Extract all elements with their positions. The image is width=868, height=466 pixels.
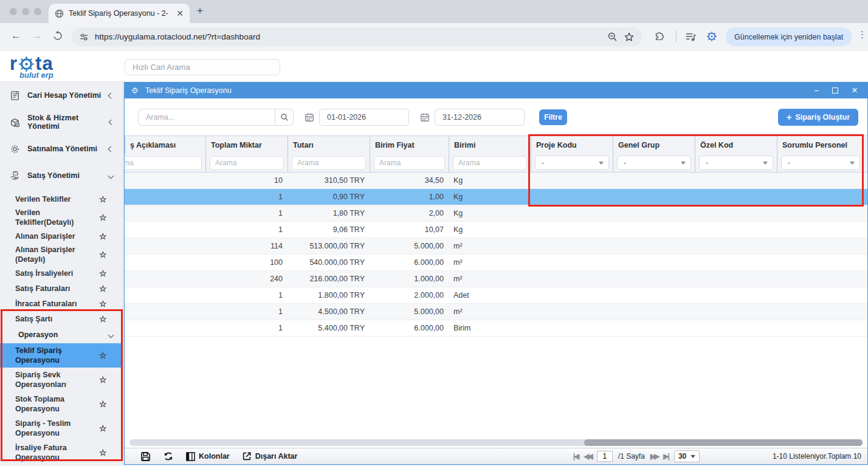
sidebar-item[interactable]: Sipariş Sevk Operasyonları ☆: [0, 368, 123, 392]
table-search-input[interactable]: [138, 109, 275, 126]
page-number-input[interactable]: [597, 451, 613, 462]
save-button[interactable]: [140, 451, 151, 462]
forward-button[interactable]: →: [32, 30, 42, 42]
column-header[interactable]: Sorumlu Personel: [777, 136, 867, 154]
favorite-star-icon[interactable]: ☆: [99, 351, 107, 360]
column-header[interactable]: Genel Grup: [613, 136, 695, 154]
url-text[interactable]: https://uygulama.rotacloud.net/?rt=dashb…: [95, 32, 601, 41]
last-page-button[interactable]: ▶|: [663, 452, 669, 461]
sidebar-group-satis[interactable]: Satış Yönetimi: [0, 162, 123, 189]
filter-button[interactable]: Filtre: [539, 109, 567, 125]
table-row[interactable]: 240 216.000,00 TRY 1.000,00 m²: [125, 271, 867, 287]
table-row[interactable]: 1 1,80 TRY 2,00 Kg: [125, 205, 867, 222]
refresh-button[interactable]: [163, 451, 174, 462]
address-bar[interactable]: https://uygulama.rotacloud.net/?rt=dashb…: [72, 27, 642, 46]
window-maximize-icon[interactable]: [832, 87, 838, 94]
zoom-out-icon[interactable]: [607, 32, 618, 42]
date-from-input[interactable]: [319, 109, 409, 126]
reload-button[interactable]: [52, 30, 63, 41]
sidebar-item[interactable]: Satış Faturaları ☆: [0, 281, 123, 296]
create-order-button[interactable]: + Sipariş Oluştur: [778, 109, 858, 126]
column-filter-input[interactable]: [292, 156, 366, 170]
favorite-star-icon[interactable]: ☆: [99, 194, 107, 204]
column-filter-input[interactable]: [210, 156, 284, 170]
table-row[interactable]: 1 9,06 TRY 10,07 Kg: [125, 222, 867, 238]
favorite-star-icon[interactable]: ☆: [99, 375, 107, 385]
sidebar-item[interactable]: Satış Şartı ☆: [0, 311, 123, 326]
quick-cari-search-input[interactable]: [125, 59, 280, 75]
sidebar-item[interactable]: Alınan Siparişler ☆: [0, 228, 123, 244]
column-filter-input[interactable]: [125, 156, 202, 170]
window-close-icon[interactable]: ×: [852, 86, 858, 95]
browser-tab[interactable]: Teklif Sipariş Operasyonu - 2- ✕: [49, 4, 190, 23]
prev-page-button[interactable]: ◀◀: [584, 452, 591, 461]
column-filter-input[interactable]: [453, 156, 527, 170]
extensions-puzzle-icon[interactable]: [654, 31, 665, 42]
window-zoom-button[interactable]: [34, 8, 41, 15]
sidebar-item[interactable]: Alınan Siparişler (Detaylı) ☆: [0, 244, 123, 266]
tab-close-icon[interactable]: ✕: [176, 9, 184, 18]
table-row[interactable]: 1 0,90 TRY 1,00 Kg: [125, 189, 867, 205]
column-header[interactable]: Birim Fiyat: [370, 136, 449, 154]
window-close-button[interactable]: [10, 8, 17, 15]
sorumlu-personel-dropdown[interactable]: -: [781, 156, 860, 170]
proje-kodu-dropdown[interactable]: -: [535, 156, 609, 170]
favorite-star-icon[interactable]: ☆: [99, 399, 107, 409]
media-playlist-icon[interactable]: [685, 31, 697, 43]
column-header[interactable]: ş Açıklaması: [125, 136, 205, 154]
window-minimize-icon[interactable]: −: [814, 86, 819, 95]
table-row[interactable]: 1 1.800,00 TRY 2.000,00 Adet: [125, 287, 867, 304]
column-filter-input[interactable]: [374, 156, 445, 170]
favorite-star-icon[interactable]: ☆: [99, 448, 107, 457]
genel-grup-dropdown[interactable]: -: [617, 156, 691, 170]
favorite-star-icon[interactable]: ☆: [99, 269, 107, 278]
sidebar-item[interactable]: İhracat Faturaları ☆: [0, 296, 123, 311]
export-button[interactable]: Dışarı Aktar: [242, 451, 298, 461]
sidebar-item[interactable]: İrsaliye Fatura Operasyonu ☆: [0, 440, 123, 465]
ozel-kod-dropdown[interactable]: -: [699, 156, 773, 170]
new-tab-button[interactable]: +: [197, 5, 203, 17]
columns-button[interactable]: Kolonlar: [186, 452, 230, 461]
date-to-input[interactable]: [435, 109, 525, 126]
favorite-star-icon[interactable]: ☆: [99, 314, 107, 324]
window-titlebar[interactable]: Teklif Sipariş Operasyonu − ×: [125, 83, 867, 98]
sidebar-group-operasyon[interactable]: Operasyon: [0, 327, 123, 342]
table-row[interactable]: 10 310,50 TRY 34,50 Kg: [125, 173, 867, 189]
sidebar-group-cari-hesap[interactable]: Cari Hesap Yönetimi: [0, 82, 123, 109]
column-header[interactable]: Özel Kod: [695, 136, 777, 154]
sidebar-item[interactable]: Teklif Sipariş Operasyonu ☆: [0, 343, 123, 368]
table-row[interactable]: 1 5.400,00 TRY 6.000,00 Birim: [125, 320, 867, 337]
window-minimize-button[interactable]: [22, 8, 29, 15]
sidebar-item[interactable]: Verilen Teklifler ☆: [0, 191, 123, 207]
table-row[interactable]: 100 540.000,00 TRY 6.000,00 m²: [125, 255, 867, 271]
table-row[interactable]: 1 4.500,00 TRY 5.000,00 m²: [125, 304, 867, 320]
column-header[interactable]: Tutarı: [288, 136, 370, 154]
favorite-star-icon[interactable]: ☆: [99, 299, 107, 309]
page-size-dropdown[interactable]: 30: [674, 450, 700, 462]
bookmark-star-icon[interactable]: [624, 32, 635, 43]
sidebar-group-stok-hizmet[interactable]: Stok & Hizmet Yönetimi: [0, 109, 123, 135]
sidebar-item[interactable]: Stok Toplama Operasyonu ☆: [0, 392, 123, 416]
favorite-star-icon[interactable]: ☆: [99, 231, 107, 241]
table-row[interactable]: 114 513.000,00 TRY 5.000,00 m²: [125, 238, 867, 255]
search-submit-button[interactable]: [275, 109, 294, 126]
extension-wheel-icon[interactable]: [706, 30, 718, 43]
favorite-star-icon[interactable]: ☆: [99, 423, 107, 433]
column-header[interactable]: Toplam Miktar: [205, 136, 288, 154]
sidebar-group-satinalma[interactable]: Satınalma Yönetimi: [0, 135, 123, 162]
next-page-button[interactable]: ▶▶: [650, 452, 658, 461]
sidebar-item[interactable]: Sipariş - Teslim Operasyonu ☆: [0, 416, 123, 440]
sidebar-item[interactable]: Satış İrsaliyeleri ☆: [0, 266, 123, 281]
chrome-update-button[interactable]: Güncellemek için yeniden başlat: [726, 27, 852, 46]
first-page-button[interactable]: |◀: [573, 452, 579, 461]
horizontal-scrollbar[interactable]: [129, 439, 863, 446]
browser-menu-icon[interactable]: ⋮: [858, 29, 867, 40]
back-button[interactable]: ←: [11, 30, 21, 42]
favorite-star-icon[interactable]: ☆: [99, 213, 107, 222]
scrollbar-thumb[interactable]: [584, 439, 863, 446]
sidebar-item[interactable]: Verilen Teklifler(Detaylı) ☆: [0, 207, 123, 228]
site-settings-icon[interactable]: [79, 32, 89, 42]
favorite-star-icon[interactable]: ☆: [99, 250, 107, 259]
favorite-star-icon[interactable]: ☆: [99, 284, 107, 293]
column-header[interactable]: Proje Kodu: [531, 136, 613, 154]
